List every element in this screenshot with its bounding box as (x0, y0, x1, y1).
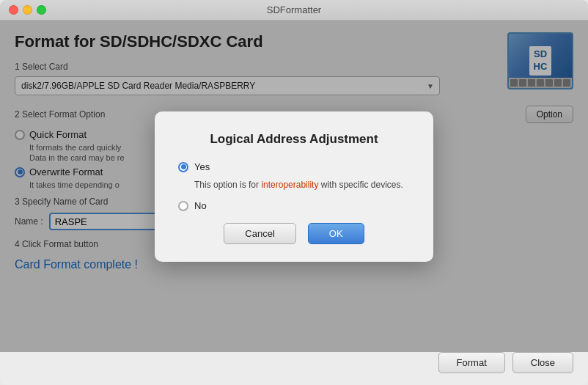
minimize-traffic-light[interactable] (23, 5, 32, 15)
modal-dialog: Logical Address Adjustment Yes This opti… (155, 111, 433, 262)
close-button[interactable]: Close (512, 352, 573, 373)
modal-buttons: Cancel OK (178, 223, 410, 244)
close-traffic-light[interactable] (9, 5, 18, 15)
modal-no-row[interactable]: No (178, 200, 410, 211)
modal-ok-button[interactable]: OK (308, 223, 364, 244)
modal-yes-label: Yes (194, 161, 210, 172)
modal-yes-desc-part1: This option is for (194, 180, 261, 190)
modal-yes-desc-highlight: interoperability (261, 180, 318, 190)
bottom-buttons: Format Close (0, 352, 588, 385)
format-button[interactable]: Format (438, 352, 505, 373)
modal-yes-row[interactable]: Yes (178, 161, 410, 172)
maximize-traffic-light[interactable] (37, 5, 46, 15)
modal-no-radio[interactable] (178, 201, 188, 211)
modal-cancel-button[interactable]: Cancel (224, 223, 295, 244)
main-content: SDHC Format for SD/SDHC/SDXC Card 1 Sele… (0, 21, 588, 352)
modal-yes-desc: This option is for interoperability with… (194, 180, 410, 190)
modal-overlay: Logical Address Adjustment Yes This opti… (0, 21, 588, 352)
title-bar: SDFormatter (0, 0, 588, 21)
modal-yes-desc-part2: with specific devices. (318, 180, 403, 190)
main-window: SDFormatter SDHC Format for SD/SDHC/SDXC… (0, 0, 588, 385)
modal-title: Logical Address Adjustment (178, 132, 410, 147)
traffic-lights (9, 5, 46, 15)
modal-no-label: No (194, 200, 207, 211)
window-title: SDFormatter (267, 4, 321, 15)
modal-yes-radio[interactable] (178, 162, 188, 172)
